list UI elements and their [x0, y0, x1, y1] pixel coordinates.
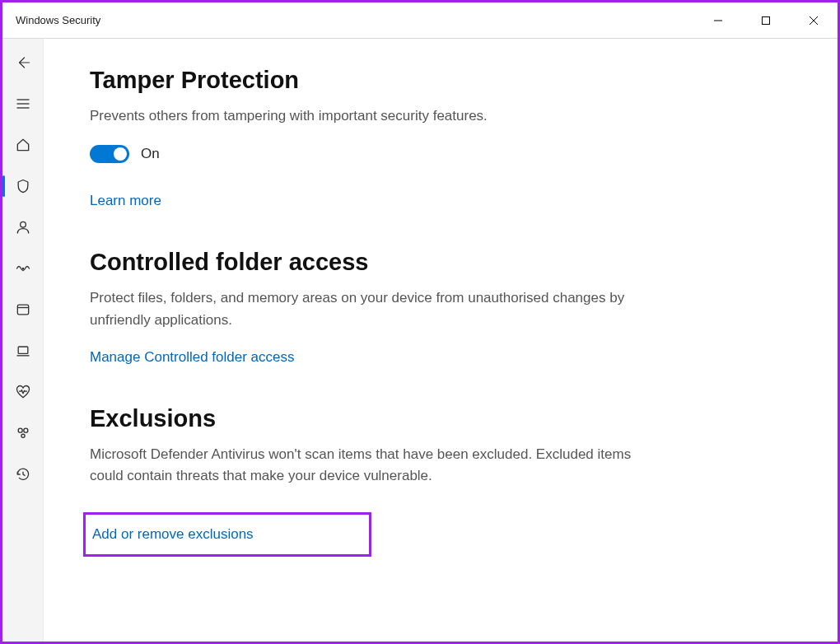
toggle-knob	[114, 147, 127, 161]
menu-button[interactable]	[2, 85, 44, 123]
svg-rect-1	[763, 16, 770, 24]
section-tamper-protection: Tamper Protection Prevents others from t…	[90, 67, 633, 209]
home-icon	[15, 137, 31, 153]
window-controls	[694, 2, 838, 38]
sidebar-item-family[interactable]	[2, 414, 44, 452]
maximize-icon	[761, 16, 771, 26]
back-button[interactable]	[2, 44, 44, 82]
history-icon	[15, 466, 31, 483]
app-window: Windows Security	[0, 0, 840, 644]
close-icon	[809, 16, 819, 26]
window-title: Windows Security	[16, 14, 100, 26]
sidebar-item-device-security[interactable]	[2, 332, 44, 370]
heart-icon	[15, 384, 31, 400]
tamper-toggle-row: On	[90, 145, 633, 163]
svg-rect-9	[17, 305, 28, 315]
minimize-icon	[713, 16, 723, 26]
svg-point-7	[20, 222, 26, 227]
sidebar-item-history[interactable]	[2, 455, 44, 493]
add-remove-exclusions-link[interactable]: Add or remove exclusions	[92, 526, 254, 543]
family-icon	[15, 425, 31, 441]
cfa-description: Protect files, folders, and memory areas…	[90, 287, 633, 331]
sidebar-item-firewall[interactable]	[2, 250, 44, 287]
minimize-button[interactable]	[694, 2, 742, 38]
tamper-heading: Tamper Protection	[90, 67, 633, 94]
hamburger-icon	[15, 96, 31, 112]
tamper-toggle[interactable]	[90, 145, 129, 163]
close-button[interactable]	[790, 2, 838, 38]
exclusions-heading: Exclusions	[90, 405, 633, 432]
svg-point-8	[21, 268, 24, 270]
svg-point-12	[18, 428, 22, 432]
shield-icon	[15, 178, 31, 194]
svg-point-14	[21, 434, 24, 437]
laptop-icon	[15, 343, 31, 359]
network-icon	[15, 260, 31, 277]
app-window-icon	[15, 301, 31, 318]
sidebar-item-performance[interactable]	[2, 373, 44, 411]
person-icon	[15, 219, 31, 236]
back-arrow-icon	[16, 55, 30, 70]
main-content: Tamper Protection Prevents others from t…	[44, 39, 838, 642]
maximize-button[interactable]	[742, 2, 790, 38]
section-exclusions: Exclusions Microsoft Defender Antivirus …	[90, 405, 633, 557]
sidebar-item-app-browser[interactable]	[2, 291, 44, 329]
sidebar-item-account-protection[interactable]	[2, 208, 44, 246]
tamper-learn-more-link[interactable]: Learn more	[90, 193, 161, 209]
svg-rect-11	[18, 347, 28, 353]
sidebar	[2, 39, 44, 642]
tamper-toggle-label: On	[141, 146, 160, 162]
exclusions-highlight: Add or remove exclusions	[83, 512, 371, 557]
section-controlled-folder-access: Controlled folder access Protect files, …	[90, 249, 633, 366]
tamper-description: Prevents others from tampering with impo…	[90, 105, 633, 127]
svg-point-13	[23, 428, 27, 432]
cfa-heading: Controlled folder access	[90, 249, 633, 276]
sidebar-item-home[interactable]	[2, 126, 44, 164]
manage-cfa-link[interactable]: Manage Controlled folder access	[90, 349, 295, 366]
exclusions-description: Microsoft Defender Antivirus won't scan …	[90, 444, 633, 488]
titlebar: Windows Security	[2, 2, 838, 39]
sidebar-item-virus-protection[interactable]	[2, 167, 44, 205]
